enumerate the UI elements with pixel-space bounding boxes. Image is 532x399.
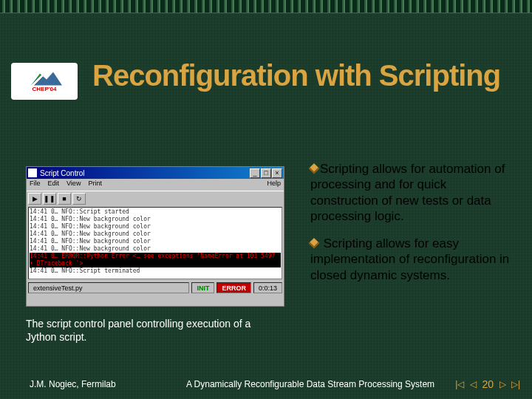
- menu-file: File: [30, 180, 41, 190]
- pause-icon: ❚❚: [43, 193, 56, 205]
- bullet-list: Scripting allows for automation of proce…: [310, 161, 517, 295]
- log-line-error: 14:41 0… ERROR::Python Error <… see exce…: [30, 253, 281, 267]
- slide-title: Reconfiguration with Scripting: [92, 59, 500, 92]
- maximize-icon: □: [261, 168, 271, 178]
- menu-edit: Edit: [48, 180, 60, 190]
- log-line: 14:41 0… NFO::Script terminated: [30, 267, 281, 275]
- script-control-screenshot: Script Control _ □ × File Edit View Prin…: [26, 166, 284, 307]
- status-bar: extensiveTest.py INIT ERROR 0:0:13: [27, 281, 284, 294]
- status-file: extensiveTest.py: [28, 282, 189, 293]
- logo-label: CHEP'04: [32, 86, 56, 92]
- bullet-item: Scripting allows for easy implementation…: [310, 236, 517, 283]
- bullet-icon: [309, 238, 319, 248]
- log-line: 14:41 0… NFO::New background color: [30, 216, 281, 223]
- log-line: 14:41 0… NFO::New background color: [30, 238, 281, 245]
- menu-bar: File Edit View Print Help: [27, 179, 284, 191]
- log-area: 14:41 0… NFO::Script started 14:41 0… NF…: [28, 207, 282, 279]
- next-slide-icon[interactable]: ▷: [497, 378, 508, 390]
- footer: J.M. Nogiec, Fermilab A Dynamically Reco…: [0, 378, 532, 390]
- refresh-icon: ↻: [72, 193, 86, 205]
- slide-nav: |◁ ◁ 20 ▷ ▷|: [443, 378, 532, 390]
- status-time: 0:0:13: [253, 282, 282, 293]
- stop-icon: ■: [58, 193, 71, 205]
- close-icon: ×: [272, 168, 282, 178]
- status-init: INIT: [191, 282, 214, 293]
- play-icon: ▶: [28, 193, 41, 205]
- toolbar: ▶ ❚❚ ■ ↻: [27, 191, 284, 205]
- prev-slide-icon[interactable]: ◁: [467, 378, 479, 390]
- bullet-item: Scripting allows for automation of proce…: [310, 161, 517, 224]
- log-line: 14:41 0… NFO::New background color: [30, 245, 281, 253]
- bullet-icon: [309, 163, 319, 174]
- log-line: 14:41 0… NFO::Script started: [30, 208, 281, 216]
- chep-logo: CHEP'04: [11, 63, 78, 100]
- menu-help: Help: [267, 180, 281, 190]
- menu-view: View: [66, 180, 81, 190]
- footer-author: J.M. Nogiec, Fermilab: [0, 379, 177, 389]
- window-icon: [28, 168, 37, 177]
- last-slide-icon[interactable]: ▷|: [510, 378, 522, 390]
- bullet-text: Scripting allows for automation of proce…: [310, 162, 505, 223]
- page-number: 20: [480, 378, 495, 390]
- log-line: 14:41 0… NFO::New background color: [30, 231, 281, 238]
- first-slide-icon[interactable]: |◁: [454, 378, 466, 390]
- decorative-top-strip: [0, 0, 532, 13]
- menu-print: Print: [88, 180, 102, 190]
- window-titlebar: Script Control _ □ ×: [27, 167, 284, 179]
- minimize-icon: _: [250, 168, 260, 178]
- footer-title: A Dynamically Reconfigurable Data Stream…: [177, 379, 443, 389]
- bullet-text: Scripting allows for easy implementation…: [310, 236, 509, 282]
- screenshot-caption: The script control panel controlling exe…: [26, 318, 270, 344]
- window-title-text: Script Control: [40, 169, 85, 177]
- log-line: 14:41 0… NFO::New background color: [30, 223, 281, 231]
- status-error: ERROR: [216, 282, 251, 293]
